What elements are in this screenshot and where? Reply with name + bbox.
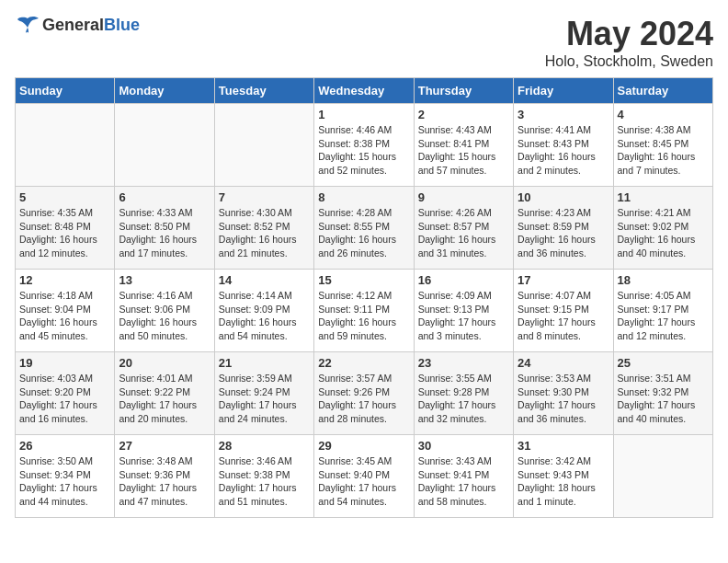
day-number: 27 — [119, 439, 210, 453]
calendar-cell: 31Sunrise: 3:42 AMSunset: 9:43 PMDayligh… — [514, 435, 613, 518]
cell-info: Sunrise: 3:53 AMSunset: 9:30 PMDaylight:… — [518, 372, 609, 426]
day-number: 15 — [318, 273, 409, 287]
calendar-cell: 27Sunrise: 3:48 AMSunset: 9:36 PMDayligh… — [115, 435, 214, 518]
day-number: 31 — [518, 439, 609, 453]
cell-info: Sunrise: 4:03 AMSunset: 9:20 PMDaylight:… — [19, 372, 110, 426]
calendar-cell: 9Sunrise: 4:26 AMSunset: 8:57 PMDaylight… — [414, 187, 513, 270]
calendar-cell: 2Sunrise: 4:43 AMSunset: 8:41 PMDaylight… — [414, 104, 513, 187]
calendar-week-row: 5Sunrise: 4:35 AMSunset: 8:48 PMDaylight… — [16, 187, 713, 270]
cell-info: Sunrise: 3:46 AMSunset: 9:38 PMDaylight:… — [219, 454, 310, 509]
calendar-cell: 30Sunrise: 3:43 AMSunset: 9:41 PMDayligh… — [414, 435, 513, 518]
calendar-cell — [16, 104, 115, 187]
day-number: 12 — [19, 273, 110, 287]
calendar-cell: 10Sunrise: 4:23 AMSunset: 8:59 PMDayligh… — [514, 187, 613, 270]
day-number: 16 — [418, 273, 509, 287]
day-number: 29 — [318, 439, 409, 453]
logo-blue: Blue — [104, 16, 140, 34]
day-number: 2 — [418, 108, 509, 121]
day-number: 9 — [418, 190, 509, 204]
calendar-cell: 12Sunrise: 4:18 AMSunset: 9:04 PMDayligh… — [16, 270, 115, 352]
calendar-body: 1Sunrise: 4:46 AMSunset: 8:38 PMDaylight… — [16, 104, 713, 518]
calendar-week-row: 26Sunrise: 3:50 AMSunset: 9:34 PMDayligh… — [16, 435, 713, 518]
day-header-saturday: Saturday — [613, 78, 712, 104]
cell-info: Sunrise: 4:14 AMSunset: 9:09 PMDaylight:… — [219, 289, 310, 343]
calendar-cell: 24Sunrise: 3:53 AMSunset: 9:30 PMDayligh… — [514, 352, 613, 435]
cell-info: Sunrise: 4:07 AMSunset: 9:15 PMDaylight:… — [518, 289, 609, 343]
cell-info: Sunrise: 4:38 AMSunset: 8:45 PMDaylight:… — [618, 123, 709, 178]
cell-info: Sunrise: 4:12 AMSunset: 9:11 PMDaylight:… — [318, 289, 409, 343]
day-number: 28 — [219, 439, 310, 453]
day-number: 6 — [119, 190, 210, 204]
calendar-cell: 23Sunrise: 3:55 AMSunset: 9:28 PMDayligh… — [414, 352, 513, 435]
month-title: May 2024 — [545, 15, 713, 53]
day-number: 5 — [19, 190, 110, 204]
cell-info: Sunrise: 4:30 AMSunset: 8:52 PMDaylight:… — [219, 206, 310, 260]
day-number: 4 — [618, 108, 709, 121]
cell-info: Sunrise: 3:59 AMSunset: 9:24 PMDaylight:… — [219, 372, 310, 426]
day-number: 26 — [19, 439, 110, 453]
calendar-cell: 18Sunrise: 4:05 AMSunset: 9:17 PMDayligh… — [613, 270, 712, 352]
day-number: 17 — [518, 273, 609, 287]
calendar-cell: 3Sunrise: 4:41 AMSunset: 8:43 PMDaylight… — [514, 104, 613, 187]
cell-info: Sunrise: 4:33 AMSunset: 8:50 PMDaylight:… — [119, 206, 210, 260]
calendar-week-row: 1Sunrise: 4:46 AMSunset: 8:38 PMDaylight… — [16, 104, 713, 187]
logo-general: General — [42, 16, 104, 34]
cell-info: Sunrise: 4:35 AMSunset: 8:48 PMDaylight:… — [19, 206, 110, 260]
calendar-cell: 13Sunrise: 4:16 AMSunset: 9:06 PMDayligh… — [115, 270, 214, 352]
day-number: 21 — [219, 356, 310, 370]
calendar-cell: 20Sunrise: 4:01 AMSunset: 9:22 PMDayligh… — [115, 352, 214, 435]
day-header-sunday: Sunday — [16, 78, 115, 104]
title-area: May 2024 Holo, Stockholm, Sweden — [545, 15, 713, 70]
day-header-thursday: Thursday — [414, 78, 513, 104]
calendar-cell: 1Sunrise: 4:46 AMSunset: 8:38 PMDaylight… — [314, 104, 414, 187]
day-header-tuesday: Tuesday — [214, 78, 313, 104]
calendar-cell: 25Sunrise: 3:51 AMSunset: 9:32 PMDayligh… — [613, 352, 712, 435]
day-number: 7 — [219, 190, 310, 204]
logo-bird-icon — [15, 15, 40, 35]
calendar-week-row: 12Sunrise: 4:18 AMSunset: 9:04 PMDayligh… — [16, 270, 713, 352]
cell-info: Sunrise: 4:28 AMSunset: 8:55 PMDaylight:… — [318, 206, 409, 260]
day-header-monday: Monday — [115, 78, 214, 104]
calendar-cell: 28Sunrise: 3:46 AMSunset: 9:38 PMDayligh… — [214, 435, 313, 518]
day-number: 18 — [618, 273, 709, 287]
calendar-cell: 19Sunrise: 4:03 AMSunset: 9:20 PMDayligh… — [16, 352, 115, 435]
calendar-cell: 4Sunrise: 4:38 AMSunset: 8:45 PMDaylight… — [613, 104, 712, 187]
day-number: 10 — [518, 190, 609, 204]
logo: GeneralBlue — [15, 15, 140, 35]
day-header-friday: Friday — [514, 78, 613, 104]
calendar-cell: 11Sunrise: 4:21 AMSunset: 9:02 PMDayligh… — [613, 187, 712, 270]
day-number: 8 — [318, 190, 409, 204]
cell-info: Sunrise: 3:57 AMSunset: 9:26 PMDaylight:… — [318, 372, 409, 426]
calendar-cell: 29Sunrise: 3:45 AMSunset: 9:40 PMDayligh… — [314, 435, 414, 518]
cell-info: Sunrise: 4:21 AMSunset: 9:02 PMDaylight:… — [618, 206, 709, 260]
day-number: 11 — [618, 190, 709, 204]
cell-info: Sunrise: 3:42 AMSunset: 9:43 PMDaylight:… — [518, 454, 609, 509]
day-number: 20 — [119, 356, 210, 370]
calendar-cell: 7Sunrise: 4:30 AMSunset: 8:52 PMDaylight… — [214, 187, 313, 270]
day-number: 3 — [518, 108, 609, 121]
cell-info: Sunrise: 3:51 AMSunset: 9:32 PMDaylight:… — [618, 372, 709, 426]
day-number: 30 — [418, 439, 509, 453]
day-number: 23 — [418, 356, 509, 370]
day-number: 1 — [318, 108, 409, 121]
calendar-cell: 26Sunrise: 3:50 AMSunset: 9:34 PMDayligh… — [16, 435, 115, 518]
cell-info: Sunrise: 3:43 AMSunset: 9:41 PMDaylight:… — [418, 454, 509, 509]
cell-info: Sunrise: 4:01 AMSunset: 9:22 PMDaylight:… — [119, 372, 210, 426]
calendar-cell: 21Sunrise: 3:59 AMSunset: 9:24 PMDayligh… — [214, 352, 313, 435]
cell-info: Sunrise: 4:09 AMSunset: 9:13 PMDaylight:… — [418, 289, 509, 343]
cell-info: Sunrise: 4:16 AMSunset: 9:06 PMDaylight:… — [119, 289, 210, 343]
cell-info: Sunrise: 4:23 AMSunset: 8:59 PMDaylight:… — [518, 206, 609, 260]
cell-info: Sunrise: 4:43 AMSunset: 8:41 PMDaylight:… — [418, 123, 509, 178]
day-number: 25 — [618, 356, 709, 370]
calendar-cell: 22Sunrise: 3:57 AMSunset: 9:26 PMDayligh… — [314, 352, 414, 435]
calendar-cell: 14Sunrise: 4:14 AMSunset: 9:09 PMDayligh… — [214, 270, 313, 352]
calendar-cell: 15Sunrise: 4:12 AMSunset: 9:11 PMDayligh… — [314, 270, 414, 352]
calendar-cell — [115, 104, 214, 187]
cell-info: Sunrise: 4:26 AMSunset: 8:57 PMDaylight:… — [418, 206, 509, 260]
day-number: 19 — [19, 356, 110, 370]
calendar-cell: 6Sunrise: 4:33 AMSunset: 8:50 PMDaylight… — [115, 187, 214, 270]
cell-info: Sunrise: 4:46 AMSunset: 8:38 PMDaylight:… — [318, 123, 409, 178]
day-number: 14 — [219, 273, 310, 287]
header: GeneralBlue May 2024 Holo, Stockholm, Sw… — [15, 15, 713, 70]
cell-info: Sunrise: 3:50 AMSunset: 9:34 PMDaylight:… — [19, 454, 110, 509]
